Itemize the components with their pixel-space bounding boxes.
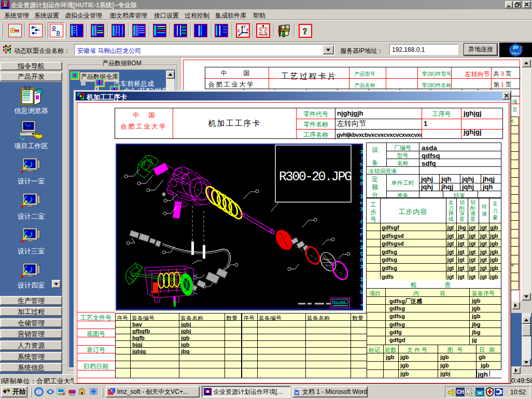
svg-text:Z: Z (237, 29, 240, 33)
svg-text:D: D (57, 30, 60, 35)
svg-text:X: X (246, 28, 249, 32)
svg-text:?: ? (303, 26, 307, 36)
svg-text:R300-20.JPG: R300-20.JPG (279, 169, 352, 184)
svg-text:D: D (52, 25, 56, 31)
svg-text:PULLMAN: PULLMAN (333, 301, 345, 304)
svg-text:Y: Y (243, 25, 246, 28)
svg-text:R-250E AIR CYLINDER ASS'Y: R-250E AIR CYLINDER ASS'Y (358, 150, 363, 309)
